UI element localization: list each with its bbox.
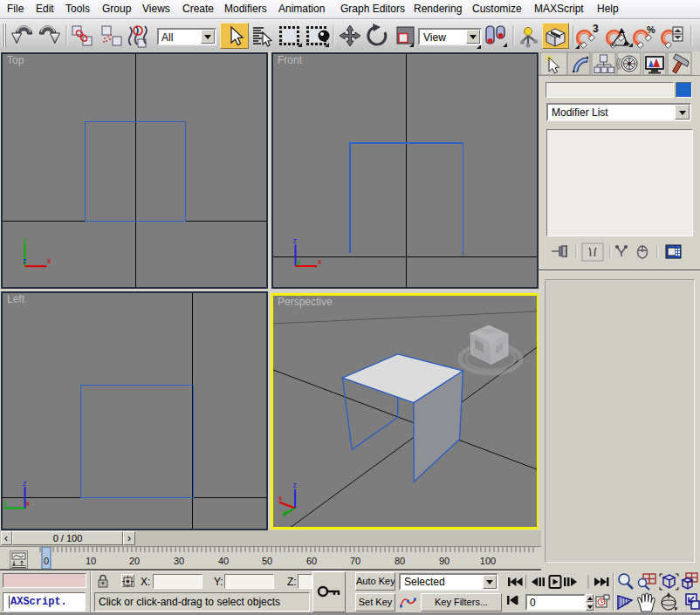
svg-text:y: y bbox=[283, 508, 287, 516]
svg-text:z: z bbox=[293, 236, 298, 245]
svg-text:40: 40 bbox=[218, 556, 229, 566]
svg-text:%: % bbox=[647, 24, 655, 35]
svg-text:60: 60 bbox=[306, 556, 317, 566]
svg-text:x: x bbox=[47, 256, 51, 265]
svg-text:90: 90 bbox=[439, 556, 450, 566]
svg-text:20: 20 bbox=[129, 556, 140, 566]
svg-text:x: x bbox=[26, 499, 31, 508]
svg-text:30: 30 bbox=[174, 556, 184, 566]
svg-text:y: y bbox=[297, 257, 301, 266]
svg-text:50: 50 bbox=[262, 556, 272, 566]
svg-text:z: z bbox=[293, 481, 298, 489]
svg-text:70: 70 bbox=[350, 556, 360, 566]
svg-text:z: z bbox=[23, 479, 27, 488]
svg-text:100: 100 bbox=[480, 556, 496, 566]
svg-text:x: x bbox=[278, 494, 283, 502]
svg-text:x: x bbox=[318, 257, 322, 266]
svg-text:80: 80 bbox=[395, 556, 405, 566]
svg-text:3: 3 bbox=[593, 23, 599, 35]
svg-text:z: z bbox=[23, 256, 27, 265]
svg-text:10: 10 bbox=[86, 556, 96, 566]
svg-text:y: y bbox=[23, 236, 27, 244]
svg-text:0: 0 bbox=[44, 556, 49, 566]
svg-text:y: y bbox=[3, 499, 8, 508]
